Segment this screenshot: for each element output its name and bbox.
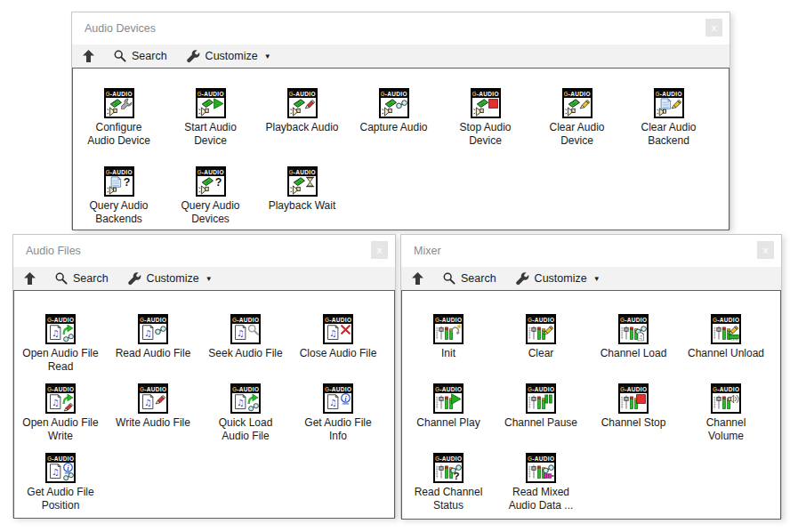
vi-icon: G-AUDIO bbox=[526, 314, 556, 344]
close-button[interactable]: x bbox=[757, 241, 774, 259]
g-audio-banner: G-AUDIO bbox=[564, 90, 591, 98]
palette-item-get-audio-file-position[interactable]: G-AUDIO Get Audio File Position bbox=[14, 453, 107, 522]
vi-icon: G-AUDIO bbox=[45, 314, 76, 344]
icon-accent2 bbox=[63, 401, 74, 412]
palette-item-playback-wait[interactable]: G-AUDIO Playback Wait bbox=[256, 166, 348, 245]
palette-window-audio-files: Audio Files x Search Customize ▼ G-AUDIO… bbox=[12, 234, 396, 518]
g-audio-banner: G-AUDIO bbox=[435, 385, 462, 393]
palette-item-query-audio-backends[interactable]: G-AUDIO Query Audio Backends bbox=[73, 166, 165, 245]
icon-body bbox=[232, 324, 259, 343]
g-audio-banner: G-AUDIO bbox=[106, 168, 133, 176]
icon-banner-rest: -AUDIO bbox=[439, 386, 462, 392]
icon-accent bbox=[121, 176, 133, 188]
g-audio-banner: G-AUDIO bbox=[435, 455, 462, 463]
palette-item-open-audio-file-write[interactable]: G-AUDIO Open Audio File Write bbox=[14, 383, 107, 453]
icon-banner-rest: -AUDIO bbox=[237, 317, 259, 323]
palette-item-open-audio-file-read[interactable]: G-AUDIO Open Audio File Read bbox=[14, 314, 107, 383]
item-label: Playback Wait bbox=[256, 199, 348, 213]
search-button[interactable]: Search bbox=[55, 272, 109, 285]
customize-button[interactable]: Customize ▼ bbox=[128, 272, 213, 286]
palette-item-playback-audio[interactable]: G-AUDIO Playback Audio bbox=[256, 88, 348, 166]
palette-item-read-audio-file[interactable]: G-AUDIO Read Audio File bbox=[107, 314, 199, 383]
customize-button[interactable]: Customize ▼ bbox=[187, 50, 271, 63]
item-label: Open Audio File Write bbox=[14, 416, 107, 443]
palette-item-channel-play[interactable]: G-AUDIO Channel Play bbox=[402, 383, 495, 453]
up-button[interactable] bbox=[24, 272, 36, 285]
icon-body bbox=[289, 176, 316, 195]
palette-item-clear-audio-device[interactable]: G-AUDIO Clear Audio Device bbox=[531, 88, 623, 166]
palette-item-channel-load[interactable]: G-AUDIO Channel Load bbox=[587, 314, 680, 383]
palette-item-close-audio-file[interactable]: G-AUDIO Close Audio File bbox=[292, 314, 384, 383]
close-button[interactable]: x bbox=[371, 241, 388, 259]
title-bar[interactable]: Audio Files x bbox=[13, 235, 395, 267]
item-label: Get Audio File Info bbox=[292, 416, 384, 443]
title-bar[interactable]: Mixer x bbox=[401, 235, 781, 267]
icon-accent bbox=[635, 393, 647, 405]
icon-banner-rest: -AUDIO bbox=[237, 386, 259, 392]
g-audio-banner: G-AUDIO bbox=[232, 316, 259, 324]
palette-item-channel-stop[interactable]: G-AUDIO Channel Stop bbox=[587, 383, 680, 453]
item-label: Playback Audio bbox=[256, 121, 348, 134]
search-button[interactable]: Search bbox=[114, 50, 167, 62]
palette-item-init[interactable]: G-AUDIO Init bbox=[402, 314, 495, 383]
palette-item-channel-pause[interactable]: G-AUDIO Channel Pause bbox=[495, 383, 587, 453]
icon-body bbox=[472, 98, 499, 117]
title-bar[interactable]: Audio Devices x bbox=[72, 12, 729, 44]
icon-banner-rest: -AUDIO bbox=[439, 317, 462, 323]
up-button[interactable] bbox=[83, 50, 94, 62]
palette-item-quick-load-audio-file[interactable]: G-AUDIO Quick Load Audio File bbox=[199, 383, 292, 453]
item-label: Seek Audio File bbox=[199, 347, 292, 360]
icon-banner-rest: -AUDIO bbox=[477, 91, 499, 97]
palette-grid: G-AUDIO Open Audio File Read G-AUDIO Rea… bbox=[13, 290, 395, 519]
icon-banner-rest: -AUDIO bbox=[144, 317, 166, 323]
icon-accent bbox=[340, 324, 351, 335]
palette-item-read-channel-status[interactable]: G-AUDIO Read Channel Status bbox=[402, 453, 495, 522]
vi-icon: G-AUDIO bbox=[433, 383, 463, 414]
palette-item-configure-audio-device[interactable]: G-AUDIO Configure Audio Device bbox=[73, 88, 165, 166]
palette-item-stop-audio-device[interactable]: G-AUDIO Stop Audio Device bbox=[439, 88, 531, 166]
customize-button[interactable]: Customize ▼ bbox=[516, 272, 601, 286]
item-label: Read Channel Status bbox=[402, 486, 495, 512]
wrench-icon bbox=[128, 272, 141, 286]
palette-item-channel-unload[interactable]: G-AUDIO Channel Unload bbox=[680, 314, 772, 383]
icon-accent bbox=[450, 393, 462, 405]
vi-icon: G-AUDIO bbox=[711, 383, 741, 414]
palette-item-clear-audio-backend[interactable]: G-AUDIO Clear Audio Backend bbox=[623, 88, 714, 166]
close-icon: x bbox=[711, 22, 716, 33]
palette-item-seek-audio-file[interactable]: G-AUDIO Seek Audio File bbox=[199, 314, 292, 383]
icon-banner-rest: -AUDIO bbox=[329, 386, 351, 392]
icon-accent bbox=[450, 324, 462, 335]
vi-icon: G-AUDIO bbox=[323, 314, 353, 344]
icon-body bbox=[140, 324, 166, 343]
customize-label: Customize bbox=[535, 272, 587, 285]
icon-banner-rest: -AUDIO bbox=[110, 169, 133, 175]
icon-body bbox=[528, 463, 554, 481]
search-label: Search bbox=[461, 272, 496, 285]
vi-icon: G-AUDIO bbox=[138, 314, 168, 344]
vi-icon: G-AUDIO bbox=[526, 453, 556, 483]
palette-item-query-audio-devices[interactable]: G-AUDIO Query Audio Devices bbox=[165, 166, 256, 245]
item-label: Clear Audio Backend bbox=[623, 121, 714, 148]
up-button[interactable] bbox=[412, 272, 423, 285]
palette-item-get-audio-file-info[interactable]: G-AUDIO Get Audio File Info bbox=[292, 383, 384, 453]
item-label: Read Audio File bbox=[107, 347, 199, 360]
close-button[interactable]: x bbox=[705, 19, 722, 36]
search-button[interactable]: Search bbox=[443, 272, 496, 285]
palette-item-read-mixed-audio-data[interactable]: G-AUDIO Read Mixed Audio Data ... bbox=[495, 453, 587, 522]
vi-icon: G-AUDIO bbox=[45, 383, 76, 414]
icon-body bbox=[381, 98, 407, 117]
item-label: Configure Audio Device bbox=[73, 121, 165, 148]
icon-banner-rest: -AUDIO bbox=[568, 91, 591, 97]
palette-item-write-audio-file[interactable]: G-AUDIO Write Audio File bbox=[107, 383, 199, 453]
vi-icon: G-AUDIO bbox=[196, 166, 226, 197]
vi-icon: G-AUDIO bbox=[711, 314, 741, 344]
vi-icon: G-AUDIO bbox=[287, 88, 318, 118]
palette-item-capture-audio[interactable]: G-AUDIO Capture Audio bbox=[348, 88, 439, 166]
item-label: Channel Stop bbox=[587, 416, 680, 430]
palette-item-clear[interactable]: G-AUDIO Clear bbox=[495, 314, 587, 383]
palette-item-channel-volume[interactable]: G-AUDIO Channel Volume bbox=[680, 383, 772, 453]
item-label: Write Audio File bbox=[107, 416, 199, 430]
palette-item-start-audio-device[interactable]: G-AUDIO Start Audio Device bbox=[165, 88, 256, 166]
vi-icon: G-AUDIO bbox=[230, 383, 261, 414]
icon-accent bbox=[247, 324, 259, 335]
